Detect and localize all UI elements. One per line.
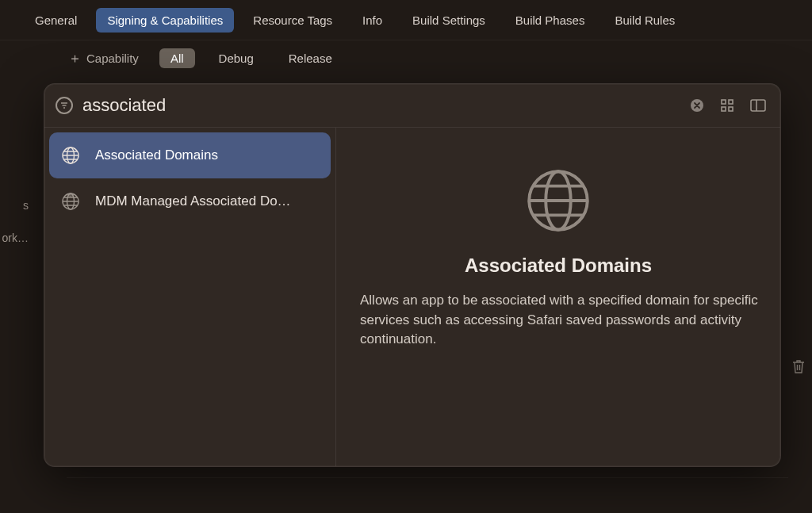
detail-view-icon[interactable]	[747, 96, 769, 115]
tab-build-rules[interactable]: Build Rules	[603, 8, 686, 33]
svg-rect-7	[729, 107, 733, 111]
tab-info[interactable]: Info	[351, 8, 393, 33]
tab-signing-capabilities[interactable]: Signing & Capabilities	[96, 8, 234, 33]
filter-debug[interactable]: Debug	[208, 48, 265, 68]
filter-all[interactable]: All	[159, 48, 195, 68]
panel-body: Associated Domains MDM MDM Managed Assoc…	[44, 127, 780, 466]
svg-text:MDM: MDM	[67, 194, 74, 197]
result-list: Associated Domains MDM MDM Managed Assoc…	[44, 128, 336, 466]
sidebar-frag-1: s	[0, 195, 29, 216]
detail-description: Allows an app to be associated with a sp…	[355, 291, 760, 350]
capability-picker-panel: Associated Domains MDM MDM Managed Assoc…	[44, 83, 781, 467]
capability-subbar: ＋ Capability All Debug Release	[0, 40, 812, 76]
globe-icon	[60, 145, 81, 166]
editor-tab-strip: General Signing & Capabilities Resource …	[0, 0, 812, 40]
add-capability-button[interactable]: ＋ Capability	[60, 48, 147, 68]
tab-build-phases[interactable]: Build Phases	[504, 8, 596, 33]
sidebar-frag-2: ork…	[0, 228, 29, 249]
capability-detail: Associated Domains Allows an app to be a…	[336, 128, 780, 466]
result-associated-domains[interactable]: Associated Domains	[49, 132, 331, 178]
tab-build-settings[interactable]: Build Settings	[401, 8, 496, 33]
result-label: MDM Managed Associated Do…	[95, 193, 291, 209]
add-capability-label: Capability	[86, 52, 139, 65]
left-sidebar-fragment: s ork…	[0, 195, 32, 248]
capability-search-input[interactable]	[82, 95, 677, 116]
globe-icon	[525, 167, 592, 237]
svg-rect-6	[722, 107, 726, 111]
mdm-globe-icon: MDM	[60, 191, 81, 212]
clear-search-button[interactable]	[687, 95, 707, 116]
result-label: Associated Domains	[95, 147, 218, 163]
detail-title: Associated Domains	[465, 255, 652, 277]
svg-rect-8	[751, 100, 765, 111]
bottom-separator	[67, 477, 788, 478]
filter-release[interactable]: Release	[278, 48, 343, 68]
trash-icon[interactable]	[791, 358, 806, 377]
result-mdm-associated-domains[interactable]: MDM MDM Managed Associated Do…	[49, 178, 331, 224]
svg-rect-4	[722, 100, 726, 104]
tab-resource-tags[interactable]: Resource Tags	[242, 8, 343, 33]
filter-icon[interactable]	[56, 97, 73, 114]
tab-general[interactable]: General	[24, 8, 88, 33]
panel-header	[44, 84, 780, 127]
grid-view-icon[interactable]	[717, 95, 737, 116]
plus-icon: ＋	[68, 52, 82, 65]
svg-rect-5	[729, 100, 733, 104]
